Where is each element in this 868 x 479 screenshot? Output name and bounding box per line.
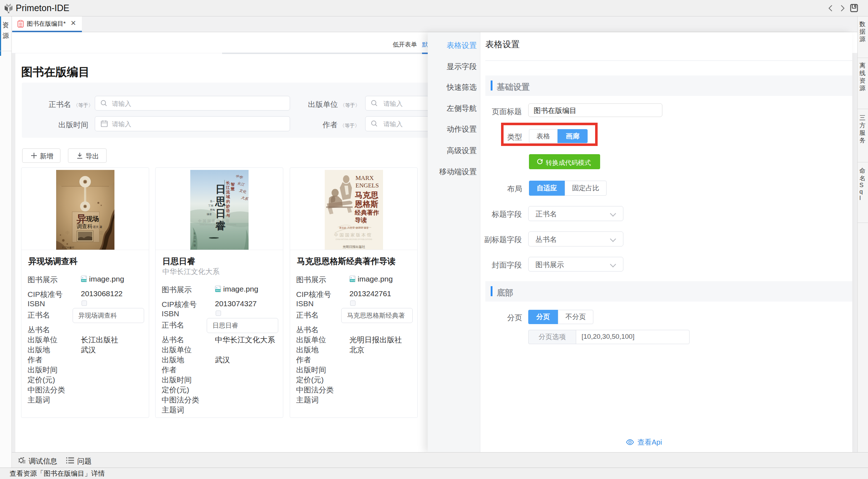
svg-text:妙: 妙 xyxy=(226,204,230,209)
svg-text:思: 思 xyxy=(215,196,226,207)
svg-text:日: 日 xyxy=(215,208,226,219)
svg-text:出: 出 xyxy=(193,240,196,243)
svg-text:中 国 国 家 版 本 馆: 中 国 国 家 版 本 馆 xyxy=(334,233,371,238)
svg-text:长: 长 xyxy=(226,181,230,185)
svg-text:若天 著: 若天 著 xyxy=(93,225,102,229)
svg-text:导读: 导读 xyxy=(355,217,367,224)
svg-text:与: 与 xyxy=(226,213,230,217)
svg-text:调查科: 调查科 xyxy=(77,223,93,229)
svg-text:江: 江 xyxy=(193,236,196,239)
svg-text:李梅: 李梅 xyxy=(210,209,215,211)
svg-text:CHINA NATIONAL ARCHIVES OF PUB: CHINA NATIONAL ARCHIVES OF PUBLICATIONS xyxy=(335,239,372,240)
svg-text:馆: 馆 xyxy=(99,230,103,235)
svg-text:CHINA NATIONAL ARCHIVES OF PUB: CHINA NATIONAL ARCHIVES OF PUBLICATIONS xyxy=(200,224,236,226)
svg-text:恩格斯: 恩格斯 xyxy=(354,200,378,209)
svg-text:的: 的 xyxy=(226,199,230,204)
svg-text:IMAGE: IMAGE xyxy=(82,280,87,282)
svg-text:日: 日 xyxy=(215,184,226,195)
svg-text:慧: 慧 xyxy=(230,187,235,191)
svg-text:中: 中 xyxy=(65,230,70,235)
svg-text:ENGELS: ENGELS xyxy=(355,182,379,189)
svg-text:域: 域 xyxy=(226,195,230,199)
svg-text:编著: 编著 xyxy=(207,213,212,216)
svg-text:长江出版社: 长江出版社 xyxy=(62,246,74,249)
svg-text:丁湘: 丁湘 xyxy=(208,204,213,207)
svg-text:MARX: MARX xyxy=(355,175,374,181)
svg-text:IMAGE: IMAGE xyxy=(350,280,355,282)
svg-text:中 国 国 家 版 本 馆: 中 国 国 家 版 本 馆 xyxy=(198,219,229,223)
svg-text:流: 流 xyxy=(226,190,230,194)
svg-text:版: 版 xyxy=(193,244,196,247)
svg-text:异: 异 xyxy=(77,214,86,224)
svg-text:智: 智 xyxy=(230,182,235,186)
svg-text:张云款 吕世荣 杨继继 编著: 张云款 吕世荣 杨继继 编著 xyxy=(339,226,369,229)
svg-text:现场: 现场 xyxy=(86,215,99,223)
svg-text:IMAGE: IMAGE xyxy=(216,290,221,292)
svg-text:马克思: 马克思 xyxy=(355,191,378,200)
svg-text:语: 语 xyxy=(226,209,230,213)
svg-text:长: 长 xyxy=(193,232,196,235)
svg-text:光明日报出版社: 光明日报出版社 xyxy=(343,245,365,249)
svg-text:经典著作: 经典著作 xyxy=(354,209,379,216)
svg-text:江: 江 xyxy=(226,185,230,190)
svg-text:丢一: 丢一 xyxy=(210,200,215,202)
